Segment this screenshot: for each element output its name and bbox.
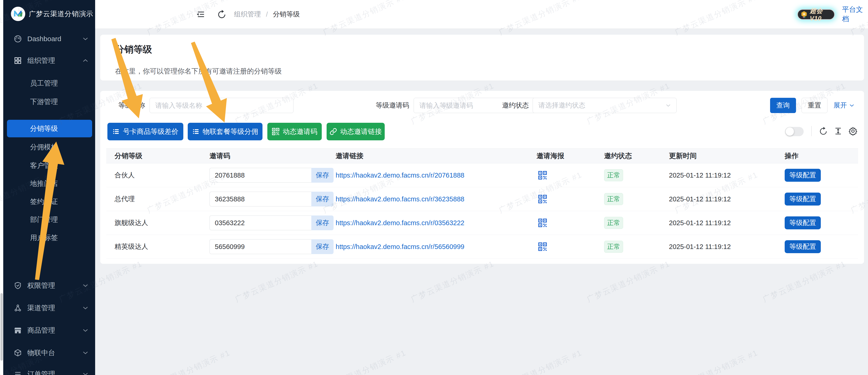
level-config-button[interactable]: 等级配置 (785, 169, 821, 182)
refresh-page-icon[interactable] (217, 0, 227, 29)
table-settings-gear-icon[interactable] (847, 126, 859, 137)
save-button[interactable]: 保存 (311, 239, 334, 254)
search-button[interactable]: 查询 (770, 98, 796, 113)
select-placeholder: 请选择邀约状态 (538, 101, 666, 110)
level-config-button[interactable]: 等级配置 (785, 216, 821, 229)
sidebar-item-org[interactable]: 组织管理 (3, 54, 95, 67)
invite-code-field[interactable] (210, 168, 311, 183)
level-config-button[interactable]: 等级配置 (785, 193, 821, 206)
card-price-diff-button[interactable]: 号卡商品等级差价 (107, 123, 183, 140)
subitem-label: 客户管理 (30, 161, 58, 170)
brand: 广梦云渠道分销演示 (3, 0, 95, 28)
sidebar-subitem-commission-template[interactable]: 分佣模板 (3, 141, 95, 154)
sidebar-item-label: 物联中台 (27, 348, 55, 357)
chevron-up-icon (83, 59, 88, 62)
toggle-knob (785, 127, 794, 136)
cube-icon (14, 349, 22, 357)
platform-docs-link[interactable]: 平台文档 (842, 0, 868, 29)
subitem-label: 用户标签 (30, 233, 58, 242)
invite-link[interactable]: https://haokav2.demo.facms.cn/r/20761888 (336, 172, 536, 179)
button-label: 动态邀请链接 (340, 127, 382, 136)
expand-filters-link[interactable]: 展开 (834, 98, 854, 113)
level-name-label: 等级名称 (110, 98, 145, 113)
iot-commission-button[interactable]: 物联套餐等级分佣 (188, 123, 262, 140)
sidebar-item-goods[interactable]: 商品管理 (3, 324, 95, 337)
page-scrollbar[interactable] (0, 0, 3, 375)
page-subtitle: 在这里，你可以管理你名下所有可邀请注册的分销等级 (115, 67, 282, 76)
subitem-label: 分佣模板 (30, 142, 58, 152)
sidebar-item-order[interactable]: 订单管理 (3, 368, 95, 375)
invite-code-field[interactable] (210, 239, 311, 254)
sidebar-item-dashboard[interactable]: Dashboard (3, 32, 95, 45)
invite-link[interactable]: https://haokav2.demo.facms.cn/r/56560999 (336, 243, 536, 250)
brand-logo-icon (11, 7, 25, 21)
page-header-card: 分销等级 在这里，你可以管理你名下所有可邀请注册的分销等级 (100, 35, 864, 80)
link-icon (330, 128, 337, 135)
chevron-down-icon (849, 104, 854, 107)
sidebar-subitem-staff[interactable]: 员工管理 (3, 77, 95, 90)
sidebar-subitem-department[interactable]: 部门管理 (3, 213, 95, 226)
sidebar-subitem-distribution-level-active[interactable]: 分销等级 (7, 120, 92, 137)
list-icon (192, 128, 199, 135)
invite-poster-qr-icon[interactable] (536, 195, 604, 204)
table-row: 总代理 保存 https://haokav2.demo.facms.cn/r/3… (106, 187, 858, 211)
col-header-code: 邀请码 (210, 151, 336, 161)
gauge-icon (14, 35, 22, 43)
updated-time: 2025-01-12 11:19:12 (669, 172, 785, 179)
sidebar-item-channel[interactable]: 渠道管理 (3, 302, 95, 314)
sidebar-item-iot[interactable]: 物联中台 (3, 346, 95, 359)
sidebar-item-label: 商品管理 (27, 326, 55, 335)
col-header-link: 邀请链接 (336, 151, 536, 161)
invite-code-field[interactable] (210, 215, 311, 230)
sidebar-subitem-downstream[interactable]: 下游管理 (3, 95, 95, 108)
breadcrumb-parent[interactable]: 组织管理 (234, 10, 261, 19)
chevron-down-icon (83, 372, 88, 375)
breadcrumb: 组织管理 / 分销等级 (234, 0, 300, 29)
status-badge: 正常 (604, 241, 623, 253)
dynamic-qr-button[interactable]: 动态邀请码 (267, 123, 322, 140)
topbar: 组织管理 / 分销等级 超会V10 平台文档 13 (95, 0, 868, 29)
save-button[interactable]: 保存 (311, 192, 334, 206)
vip-badge-label: 超会V10 (810, 7, 834, 22)
invite-poster-qr-icon[interactable] (536, 242, 604, 251)
sidebar-subitem-sign-auth[interactable]: 签约认证 (3, 195, 95, 208)
toolbar-divider (811, 126, 812, 136)
invite-poster-qr-icon[interactable] (536, 218, 604, 228)
invite-code-field[interactable] (210, 192, 311, 206)
sidebar-subitem-ground-store[interactable]: 地推门店 (3, 177, 95, 190)
vip-badge[interactable]: 超会V10 (797, 9, 835, 20)
status-badge: 正常 (604, 169, 623, 181)
order-list-icon (14, 370, 22, 375)
invite-link[interactable]: https://haokav2.demo.facms.cn/r/36235888 (336, 195, 536, 203)
sidebar-subitem-customer[interactable]: 客户管理 (3, 159, 95, 172)
table-view-toggle[interactable] (785, 127, 804, 136)
save-button[interactable]: 保存 (311, 168, 334, 183)
dynamic-link-button[interactable]: 动态邀请链接 (327, 123, 385, 140)
level-config-button[interactable]: 等级配置 (785, 240, 821, 253)
breadcrumb-current: 分销等级 (273, 10, 300, 19)
reset-button[interactable]: 重置 (802, 98, 828, 113)
table-header-row: 分销等级 邀请码 邀请链接 邀请海报 邀约状态 更新时间 操作 (106, 148, 858, 164)
scrollbar-thumb[interactable] (0, 293, 3, 361)
chevron-down-icon (83, 351, 88, 355)
status-badge: 正常 (604, 217, 623, 229)
level-name-input[interactable] (150, 98, 293, 113)
row-density-icon[interactable] (833, 126, 844, 137)
grid-icon (14, 57, 22, 65)
sidebar-subitem-user-tag[interactable]: 用户标签 (3, 231, 95, 244)
invite-status-label: 邀约状态 (496, 98, 529, 113)
list-icon (112, 128, 120, 135)
invite-status-select[interactable]: 请选择邀约状态 (533, 98, 677, 113)
invite-link[interactable]: https://haokav2.demo.facms.cn/r/03563222 (336, 219, 536, 227)
save-button[interactable]: 保存 (311, 215, 334, 230)
main-card: 等级名称 等级邀请码 邀约状态 请选择邀约状态 查询 重置 展开 号卡商品等级差… (100, 91, 864, 264)
page-title: 分销等级 (115, 43, 152, 56)
refresh-table-icon[interactable] (818, 126, 829, 137)
sidebar: 广梦云渠道分销演示 Dashboard 组织管理 员工管理 下游管理 分销等级 … (3, 0, 95, 375)
levels-table: 分销等级 邀请码 邀请链接 邀请海报 邀约状态 更新时间 操作 合伙人 保存 h… (106, 148, 858, 259)
collapse-sidebar-icon[interactable] (196, 0, 205, 29)
invite-poster-qr-icon[interactable] (536, 171, 604, 180)
chevron-down-icon (83, 306, 88, 310)
sidebar-item-permission[interactable]: 权限管理 (3, 279, 95, 292)
sidebar-item-label: 组织管理 (27, 56, 55, 65)
